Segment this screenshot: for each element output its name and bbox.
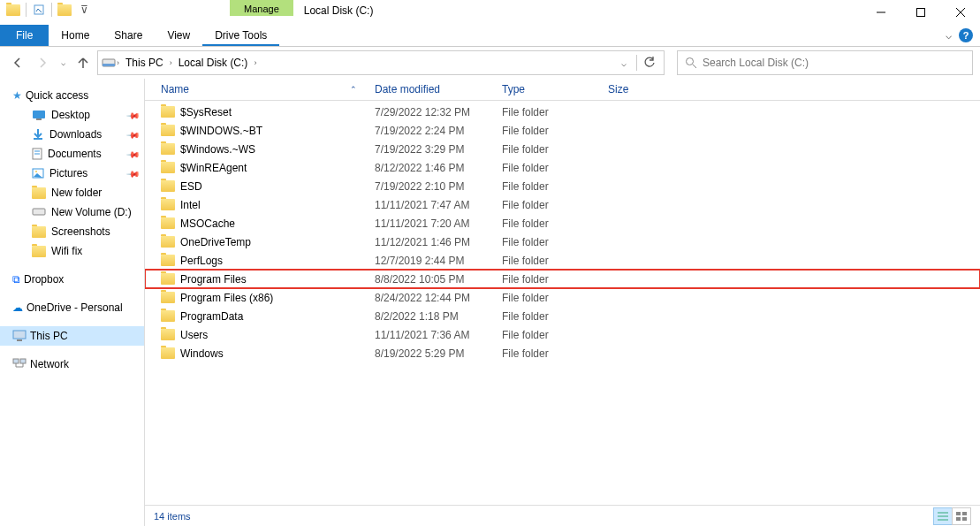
file-type: File folder: [502, 329, 608, 341]
svg-rect-10: [36, 118, 42, 120]
folder-icon: [32, 187, 46, 199]
folder-icon: [32, 246, 46, 257]
sidebar-new-folder[interactable]: New folder: [0, 183, 144, 202]
file-name: $WinREAgent: [180, 162, 247, 174]
file-row[interactable]: ProgramData8/2/2022 1:18 PMFile folder: [145, 307, 980, 325]
sidebar-screenshots[interactable]: Screenshots: [0, 222, 144, 241]
file-row[interactable]: Program Files (x86)8/24/2022 12:44 PMFil…: [145, 288, 980, 307]
quick-access-header[interactable]: ★ Quick access: [0, 86, 144, 105]
sidebar-network[interactable]: Network: [0, 354, 144, 374]
view-tab[interactable]: View: [155, 25, 202, 46]
search-icon: [685, 57, 697, 69]
address-bar[interactable]: › This PC › Local Disk (C:) › ⌵: [97, 50, 665, 75]
item-count: 14 items: [154, 511, 191, 522]
maximize-button[interactable]: [900, 0, 940, 25]
file-name: ESD: [180, 180, 202, 193]
properties-icon[interactable]: [31, 2, 47, 18]
up-button[interactable]: [72, 52, 94, 73]
search-placeholder: Search Local Disk (C:): [703, 57, 809, 69]
file-name: $WINDOWS.~BT: [180, 125, 262, 137]
ribbon-tabs: File Home Share View Drive Tools ⌵ ?: [0, 25, 980, 47]
dropbox-icon: ⧉: [12, 273, 20, 286]
folder-icon: [161, 292, 175, 303]
file-row[interactable]: Program Files8/8/2022 10:05 PMFile folde…: [145, 270, 980, 288]
file-name: MSOCache: [180, 217, 235, 230]
svg-rect-21: [20, 359, 26, 363]
sidebar-new-volume[interactable]: New Volume (D:): [0, 202, 144, 222]
column-name[interactable]: Name⌃: [145, 83, 375, 95]
file-row[interactable]: Intel11/11/2021 7:47 AMFile folder: [145, 195, 980, 214]
back-button[interactable]: [7, 52, 28, 73]
breadcrumb-drive[interactable]: Local Disk (C:): [173, 54, 254, 72]
forward-button[interactable]: [32, 52, 53, 73]
refresh-button[interactable]: [639, 52, 660, 73]
file-date: 12/7/2019 2:44 PM: [375, 255, 502, 267]
folder-icon: [161, 255, 175, 266]
file-row[interactable]: $SysReset7/29/2022 12:32 PMFile folder: [145, 103, 980, 121]
sidebar-this-pc[interactable]: This PC: [0, 326, 144, 346]
file-type: File folder: [502, 217, 608, 230]
file-tab[interactable]: File: [0, 25, 49, 46]
help-icon[interactable]: ?: [959, 28, 973, 42]
chevron-right-icon[interactable]: ›: [254, 58, 256, 67]
column-type[interactable]: Type: [502, 83, 608, 95]
file-name: $SysReset: [180, 106, 232, 118]
folder-icon: [161, 273, 175, 285]
file-date: 11/11/2021 7:47 AM: [375, 199, 502, 211]
file-row[interactable]: OneDriveTemp11/12/2021 1:46 PMFile folde…: [145, 233, 980, 251]
file-date: 7/29/2022 12:32 PM: [375, 106, 502, 118]
sidebar-dropbox[interactable]: ⧉Dropbox: [0, 270, 144, 289]
share-tab[interactable]: Share: [102, 25, 155, 46]
sidebar-desktop[interactable]: Desktop📌: [0, 105, 144, 125]
file-row[interactable]: PerfLogs12/7/2019 2:44 PMFile folder: [145, 251, 980, 270]
file-date: 8/2/2022 1:18 PM: [375, 310, 502, 323]
pin-icon: 📌: [126, 127, 141, 141]
downloads-icon: [32, 128, 44, 141]
navigation-bar: ⌵ › This PC › Local Disk (C:) › ⌵ Search…: [0, 47, 980, 79]
address-dropdown-icon[interactable]: ⌵: [613, 52, 634, 73]
qat-dropdown-icon[interactable]: ⊽: [76, 2, 92, 18]
expand-ribbon-icon[interactable]: ⌵: [946, 29, 952, 42]
recent-dropdown[interactable]: ⌵: [57, 52, 69, 73]
chevron-right-icon[interactable]: ›: [117, 58, 119, 67]
file-row[interactable]: $WinREAgent8/12/2022 1:46 PMFile folder: [145, 158, 980, 177]
file-row[interactable]: Windows8/19/2022 5:29 PMFile folder: [145, 344, 980, 362]
file-type: File folder: [502, 273, 608, 286]
column-date[interactable]: Date modified: [375, 83, 502, 95]
sidebar-documents[interactable]: Documents📌: [0, 144, 144, 164]
file-name: Program Files: [180, 273, 247, 286]
sidebar-onedrive[interactable]: ☁OneDrive - Personal: [0, 298, 144, 317]
star-icon: ★: [12, 89, 22, 102]
large-icons-view-button[interactable]: [952, 507, 971, 525]
svg-point-7: [687, 58, 694, 65]
sidebar-downloads[interactable]: Downloads📌: [0, 125, 144, 144]
close-button[interactable]: [940, 0, 980, 25]
manage-tab-header[interactable]: Manage: [230, 0, 293, 16]
file-date: 8/8/2022 10:05 PM: [375, 273, 502, 286]
drive-tools-tab[interactable]: Drive Tools: [202, 25, 279, 46]
minimize-button[interactable]: [861, 0, 900, 25]
folder-icon: [161, 329, 175, 340]
folder-icon: [161, 162, 175, 173]
svg-rect-19: [17, 339, 22, 341]
column-size[interactable]: Size: [608, 83, 679, 95]
file-row[interactable]: Users11/11/2021 7:36 AMFile folder: [145, 325, 980, 344]
sidebar-pictures[interactable]: Pictures📌: [0, 164, 144, 183]
explorer-icon: [5, 2, 21, 18]
folder-icon: [161, 199, 175, 210]
chevron-right-icon[interactable]: ›: [170, 58, 172, 67]
file-row[interactable]: $WINDOWS.~BT7/19/2022 2:24 PMFile folder: [145, 121, 980, 140]
search-box[interactable]: Search Local Disk (C:): [677, 50, 973, 75]
sidebar-wifi-fix[interactable]: Wifi fix: [0, 241, 144, 261]
breadcrumb-this-pc[interactable]: This PC: [120, 54, 169, 72]
file-row[interactable]: $Windows.~WS7/19/2022 3:29 PMFile folder: [145, 140, 980, 158]
file-name: $Windows.~WS: [180, 143, 255, 156]
sort-asc-icon: ⌃: [350, 85, 357, 94]
file-list: $SysReset7/29/2022 12:32 PMFile folder$W…: [145, 101, 980, 505]
file-row[interactable]: ESD7/19/2022 2:10 PMFile folder: [145, 177, 980, 195]
drive-icon: [32, 208, 46, 217]
file-row[interactable]: MSOCache11/11/2021 7:20 AMFile folder: [145, 214, 980, 233]
details-view-button[interactable]: [933, 507, 953, 525]
home-tab[interactable]: Home: [49, 25, 102, 46]
pictures-icon: [32, 168, 44, 179]
